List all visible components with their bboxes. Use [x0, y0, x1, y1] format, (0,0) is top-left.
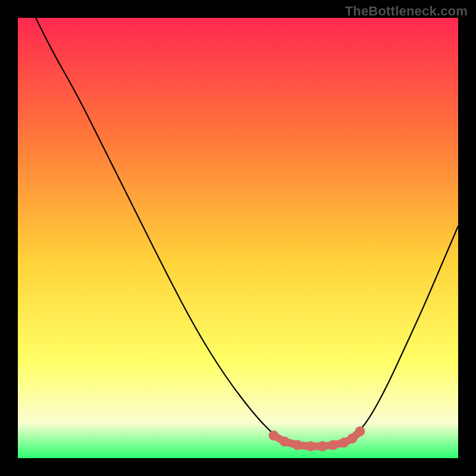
watermark-text: TheBottleneck.com — [345, 4, 468, 19]
valley-marker-dot — [355, 427, 365, 436]
marker-group — [269, 427, 365, 451]
valley-marker-dot — [269, 431, 278, 440]
chart-frame — [18, 18, 458, 458]
valley-marker-dot — [328, 440, 338, 450]
valley-marker-dot — [339, 438, 349, 447]
valley-marker-dot — [280, 437, 289, 446]
valley-marker-dot — [306, 441, 315, 451]
valley-markers — [18, 18, 458, 458]
valley-marker-dot — [318, 441, 327, 451]
valley-marker-dot — [347, 434, 357, 443]
valley-marker-dot — [293, 440, 302, 450]
